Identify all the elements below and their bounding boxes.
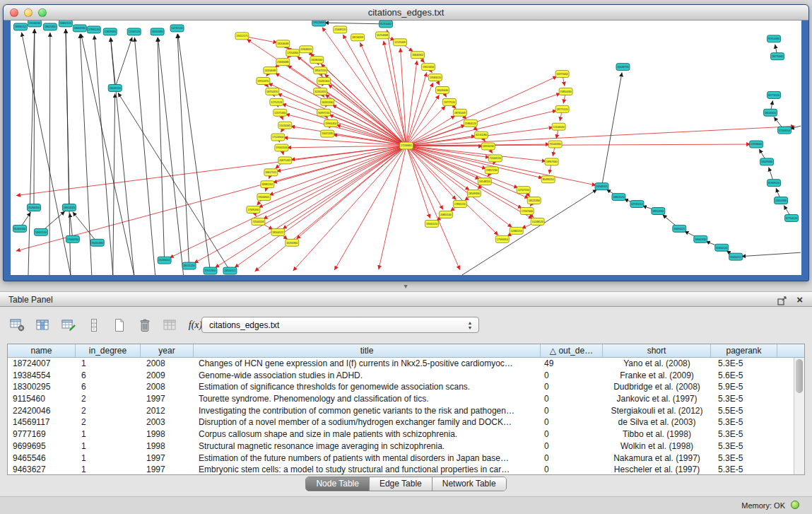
graph-node-label: 16916230 [483,145,494,148]
graph-edge[interactable] [406,127,795,146]
tab-network-table[interactable]: Network Table [432,477,506,491]
table-cell: 2008 [141,381,194,393]
table-cell: Hescheler et al. (1997) [603,464,711,474]
table-cell: 14569117 [8,416,76,428]
graph-edge[interactable] [379,146,406,269]
panel-divider-handle[interactable]: ▾ [400,282,411,291]
vertical-scrollbar-thumb[interactable] [796,359,803,393]
close-panel-icon[interactable]: × [796,293,803,306]
table-row[interactable]: 946554611997Estimation of the future num… [8,452,794,465]
column-header-0[interactable]: name [8,344,76,357]
table-settings-icon[interactable] [8,317,26,334]
graph-node-label: 81310442 [380,23,392,25]
graph-edge[interactable] [406,146,543,178]
graph-node-label: 15248120 [532,221,543,223]
graph-node-label: 17124504 [272,136,283,139]
graph-edge[interactable] [115,37,132,88]
memory-status-indicator[interactable] [791,501,799,509]
column-header-4[interactable]: △ out_de… [541,344,603,357]
graph-node-label: 19857230 [486,169,498,172]
table-selector-dropdown[interactable]: citations_edges.txt ▲▼ [201,317,479,333]
table-row[interactable]: 1456911722003Disruption of a novel membe… [8,416,794,428]
graph-edge[interactable] [16,146,406,196]
graph-edge[interactable] [406,146,443,210]
float-panel-icon[interactable] [777,296,787,305]
graph-edge[interactable] [70,213,73,239]
graph-node-label: 12707550 [518,189,529,192]
graph-node-label: 82774120 [768,94,779,97]
column-header-1[interactable]: in_degree [76,344,141,357]
graph-edge[interactable] [741,252,801,256]
network-canvas[interactable]: 1724066119412175182040481755430021833088… [11,21,801,275]
graph-edge[interactable] [177,34,189,266]
graph-edge[interactable] [287,146,406,148]
table-row[interactable]: 2242004622012Investigating the contribut… [8,405,794,417]
column-chooser-icon[interactable] [34,317,52,334]
new-file-icon[interactable] [110,317,128,334]
graph-edge[interactable] [118,93,230,271]
graph-edge[interactable] [406,146,533,218]
graph-edge[interactable] [81,34,134,275]
graph-edge[interactable] [283,138,406,146]
row-tools-icon[interactable] [85,317,102,334]
graph-edge[interactable] [66,29,69,208]
graph-edge[interactable] [328,84,406,146]
table-cell: 1 [76,358,141,370]
graph-edge[interactable] [255,146,406,271]
table-row[interactable]: 946362711997Embryonic stem cells: a mode… [8,464,794,474]
column-header-2[interactable]: year [141,344,194,357]
graph-node-label: 18504122 [272,231,283,234]
column-header-5[interactable]: short [603,344,711,357]
graph-edge[interactable] [158,37,165,260]
graph-node-label: 25266310 [28,206,40,209]
graph-edge[interactable] [406,106,445,146]
graph-node-label: 16580340 [311,59,322,62]
graph-edge[interactable] [113,93,115,275]
column-header-6[interactable]: pagerank [711,344,777,357]
table-row[interactable]: 969969511998Structural magnetic resonanc… [8,440,794,452]
table-cell: 9699695 [8,440,76,452]
graph-edge[interactable] [49,33,50,275]
table-row[interactable]: 977716911998Corpus callosum shape and si… [8,428,794,440]
table-cell: Corpus callosum shape and size in male p… [194,428,541,440]
graph-edge[interactable] [215,146,406,268]
table-row[interactable]: 1938455462009Genome-wide association stu… [8,370,794,382]
graph-edge[interactable] [269,83,406,146]
graph-node-label: 17267440 [522,210,533,213]
graph-edge[interactable] [324,23,386,24]
graph-node-label: 18043330 [74,27,86,30]
graph-edge[interactable] [134,37,155,275]
delete-icon[interactable] [136,317,153,334]
table-edit-icon[interactable] [59,317,77,334]
graph-edge[interactable] [602,72,623,186]
graph-edge[interactable] [194,146,406,263]
table-cell: Tibbo et al. (1998) [603,428,711,440]
graph-edge[interactable] [406,110,557,146]
graph-node-label: 18821120 [613,196,624,199]
graph-node-label: 18914220 [64,206,75,209]
import-table-icon[interactable] [161,317,179,334]
window-titlebar[interactable]: citations_edges.txt [4,5,808,21]
graph-node-label: 19561104 [276,146,287,149]
graph-edge[interactable] [269,146,406,195]
vertical-scrollbar[interactable] [794,358,804,474]
table-row[interactable]: 1872400712008Changes of HCN gene express… [8,358,794,370]
column-header-3[interactable]: title [194,344,541,357]
tab-node-table[interactable]: Node Table [306,477,369,491]
graph-edge[interactable] [110,37,114,88]
table-row[interactable]: 911546021997Tourette syndrome. Phenomeno… [8,393,794,405]
table-row[interactable]: 1830029562008Estimation of significance … [8,381,794,393]
graph-edge[interactable] [283,146,406,229]
graph-node-label: 72044120 [490,157,501,160]
tab-edge-table[interactable]: Edge Table [369,477,432,491]
graph-edge[interactable] [28,29,35,275]
graph-edge[interactable] [282,104,406,146]
table-cell: 5.3E-5 [711,358,777,370]
graph-node-label: 18204048 [277,42,288,45]
graph-edge[interactable] [406,146,456,200]
graph-edge[interactable] [178,34,211,271]
graph-edge[interactable] [16,146,406,251]
memory-status-label: Memory: OK [741,501,785,510]
graph-edge[interactable] [80,34,92,275]
table-cell: 19384554 [8,370,76,382]
